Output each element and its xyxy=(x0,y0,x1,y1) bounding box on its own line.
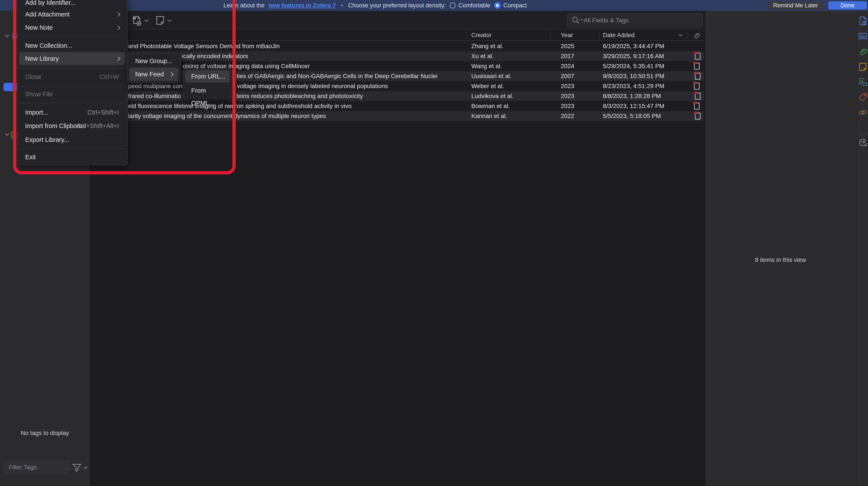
abstract-tab-icon[interactable] xyxy=(858,31,868,41)
item-year: 2023 xyxy=(561,91,574,101)
filter-tags-input[interactable] xyxy=(9,464,63,471)
file-menu: Add by Identifier... Add Attachment New … xyxy=(17,0,128,165)
new-note-dropdown-icon[interactable] xyxy=(167,19,172,22)
menu-item-new-library[interactable]: New Library xyxy=(19,52,125,65)
search-input[interactable] xyxy=(584,17,688,24)
attachments-tab-icon[interactable] xyxy=(858,47,868,56)
item-date-added: 9/9/2023, 10:50:51 PM xyxy=(603,71,664,81)
info-tab-icon[interactable] xyxy=(858,16,868,26)
column-divider[interactable] xyxy=(688,31,688,39)
item-year: 2023 xyxy=(561,81,574,91)
menu-item-add-attachment[interactable]: Add Attachment xyxy=(19,9,125,20)
item-title: frared co-illuminatio xyxy=(128,91,181,101)
table-row[interactable]: and Photostable Voltage Sensors Derived … xyxy=(90,41,705,51)
table-row[interactable]: peed multiplane con voltage imaging in d… xyxy=(90,81,705,91)
chevron-down-icon[interactable] xyxy=(5,133,9,136)
pdf-attachment-icon xyxy=(694,103,700,109)
menu-item-new-collection[interactable]: New Collection... xyxy=(19,40,125,51)
search-box[interactable] xyxy=(567,13,703,27)
selected-collection-highlight[interactable] xyxy=(3,83,19,91)
menu-item-close[interactable]: CloseCtrl+W xyxy=(19,71,125,83)
tab-strip-divider xyxy=(859,134,867,134)
column-header-year[interactable]: Year xyxy=(561,32,573,39)
done-button[interactable]: Done xyxy=(828,1,867,9)
item-creator: Kannan et al. xyxy=(471,111,507,121)
attachment-column-icon[interactable] xyxy=(693,31,700,39)
new-item-dropdown-icon[interactable] xyxy=(144,19,149,22)
table-row[interactable]: oising of voltage imaging data using Cel… xyxy=(90,61,705,71)
item-pane-tab-strip xyxy=(857,11,868,486)
item-year: 2007 xyxy=(561,71,574,81)
items-toolbar xyxy=(90,11,705,30)
locate-tab-icon[interactable] xyxy=(858,137,868,147)
chevron-down-icon[interactable] xyxy=(5,34,9,37)
column-header-creator[interactable]: Creator xyxy=(471,32,492,39)
menu-item-from-url[interactable]: From URL... xyxy=(185,70,230,83)
menu-item-export-library[interactable]: Export Library... xyxy=(19,134,125,145)
new-note-icon[interactable] xyxy=(155,15,165,26)
density-option-compact[interactable]: Compact xyxy=(494,2,527,9)
menu-item-import[interactable]: Import...Ctrl+Shift+I xyxy=(19,107,125,118)
item-title: ties of GABAergic and Non-GABAergic Cell… xyxy=(237,71,437,81)
pdf-attachment-icon xyxy=(695,53,701,60)
pdf-attachment-icon xyxy=(694,83,700,90)
item-year: 2017 xyxy=(561,51,574,61)
item-date-added: 8/3/2023, 12:15:47 PM xyxy=(603,101,664,111)
menu-item-exit[interactable]: Exit xyxy=(19,152,125,163)
pdf-attachment-icon xyxy=(694,63,700,70)
filter-tags-box[interactable] xyxy=(3,461,69,474)
item-year: 2022 xyxy=(561,111,574,121)
item-year: 2024 xyxy=(561,61,574,71)
column-divider[interactable] xyxy=(551,31,551,39)
items-count-status: 8 items in this view xyxy=(705,256,856,263)
item-creator: Wang et al. xyxy=(471,61,502,71)
items-table-header: Creator Year Date Added xyxy=(90,30,705,41)
column-divider[interactable] xyxy=(466,31,467,39)
density-notification-bar: Learn about the new features in Zotero 7… xyxy=(0,0,868,11)
zotero-window: No tags to display Creator xyxy=(0,0,868,486)
sort-direction-icon[interactable] xyxy=(678,34,683,37)
item-creator: Bowman et al. xyxy=(471,101,510,111)
new-item-icon[interactable] xyxy=(131,15,142,26)
column-divider[interactable] xyxy=(599,31,600,39)
item-date-added: 8/23/2023, 4:51:29 PM xyxy=(603,81,664,91)
tag-filter-options-icon[interactable] xyxy=(72,463,89,472)
menu-item-add-by-identifier[interactable]: Add by Identifier... xyxy=(19,0,125,8)
new-library-submenu: New Group... New Feed xyxy=(127,53,181,83)
table-row[interactable]: eld fluorescence lifetime imaging of neu… xyxy=(90,101,705,111)
item-date-added: 3/29/2025, 9:17:16 AM xyxy=(603,51,664,61)
table-row[interactable]: larity voltage imaging of the concurrent… xyxy=(91,111,704,121)
menu-item-new-feed[interactable]: New Feed xyxy=(129,67,179,81)
item-title: eld fluorescence lifetime imaging of neu… xyxy=(128,101,351,111)
tags-tab-icon[interactable] xyxy=(858,92,868,102)
menu-item-import-from-clipboard[interactable]: Import from ClipboardCtrl+Shift+Alt+I xyxy=(19,120,125,131)
table-row[interactable]: ically encoded indicators Xu et al. 2017… xyxy=(91,51,704,61)
menu-item-show-file[interactable]: Show File xyxy=(19,89,125,100)
radio-selected-icon[interactable] xyxy=(494,2,501,9)
radio-unselected-icon[interactable] xyxy=(450,2,456,8)
menu-item-new-group[interactable]: New Group... xyxy=(129,55,179,67)
notes-tab-icon[interactable] xyxy=(858,62,868,72)
item-title: ically encoded indicators xyxy=(182,51,248,61)
pdf-attachment-icon xyxy=(695,112,701,120)
new-feed-submenu: From URL... From OPML... xyxy=(183,69,232,98)
density-option-comfortable[interactable]: Comfortable xyxy=(450,2,490,9)
menu-item-new-note[interactable]: New Note xyxy=(19,22,125,33)
item-title: voltage imaging in densely labeled neuro… xyxy=(237,81,388,91)
item-date-added: 5/5/2023, 5:18:05 PM xyxy=(603,111,661,121)
item-creator: Zhang et al. xyxy=(471,41,503,51)
item-year: 2025 xyxy=(561,41,574,51)
search-icon[interactable] xyxy=(571,16,584,25)
item-pane-divider[interactable] xyxy=(705,11,705,486)
libraries-collections-tab-icon[interactable] xyxy=(858,77,868,87)
item-creator: Uusisaari et al. xyxy=(471,71,512,81)
pdf-attachment-icon xyxy=(695,73,701,79)
related-tab-icon[interactable] xyxy=(858,108,868,117)
menu-item-from-opml[interactable]: From OPML... xyxy=(185,84,230,97)
item-date-added: 8/8/2023, 1:28:28 PM xyxy=(603,91,661,101)
item-creator: Ludvikova et al. xyxy=(471,91,514,101)
column-header-date-added[interactable]: Date Added xyxy=(603,32,634,39)
new-features-link[interactable]: new features in Zotero 7 xyxy=(269,2,336,9)
item-date-added: 6/19/2025, 3:44:47 PM xyxy=(603,41,664,51)
remind-me-later-button[interactable]: Remind Me Later xyxy=(768,1,823,9)
